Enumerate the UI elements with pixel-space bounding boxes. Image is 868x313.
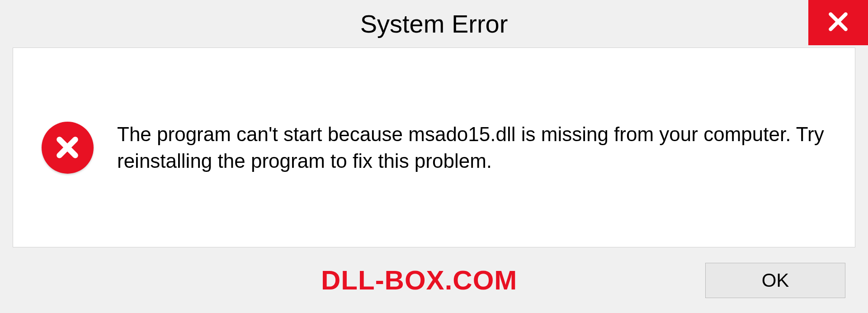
content-panel: The program can't start because msado15.… xyxy=(13,47,855,247)
error-message: The program can't start because msado15.… xyxy=(117,121,828,175)
ok-button[interactable]: OK xyxy=(705,263,845,298)
dialog-title: System Error xyxy=(360,9,508,38)
error-icon xyxy=(42,122,94,174)
close-icon xyxy=(827,10,849,35)
error-dialog: System Error The program can't start bec… xyxy=(0,0,868,313)
error-icon-wrapper xyxy=(40,120,94,175)
footer-bar: DLL-BOX.COM OK xyxy=(0,247,868,313)
watermark-text: DLL-BOX.COM xyxy=(321,265,517,296)
close-button[interactable] xyxy=(808,0,868,45)
title-bar: System Error xyxy=(0,0,868,47)
